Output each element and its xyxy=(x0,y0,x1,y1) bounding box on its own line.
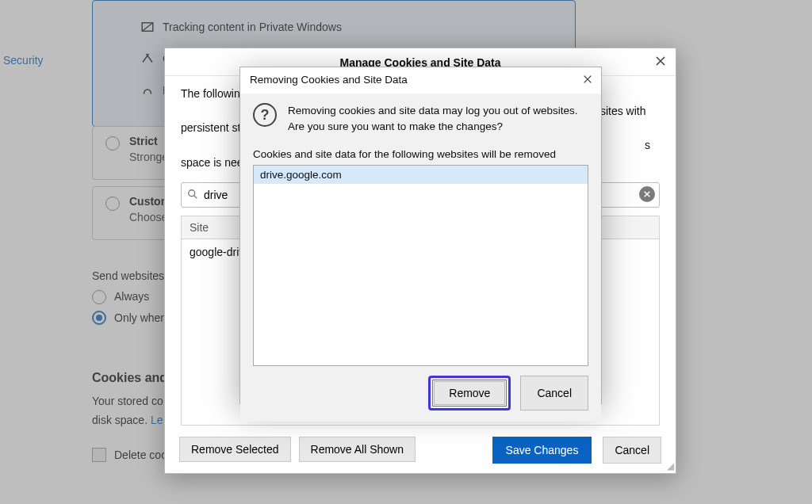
resize-handle-icon[interactable]: ◢ xyxy=(667,460,674,472)
remove-selected-button[interactable]: Remove Selected xyxy=(179,437,291,462)
dialog-message: Removing cookies and site data may log y… xyxy=(288,103,588,134)
remove-all-shown-button[interactable]: Remove All Shown xyxy=(299,437,416,462)
question-icon: ? xyxy=(253,103,277,127)
list-heading: Cookies and site data for the following … xyxy=(253,148,588,160)
dialog-title: Removing Cookies and Site Data xyxy=(250,74,408,86)
svg-line-3 xyxy=(194,196,197,199)
cancel-button[interactable]: Cancel xyxy=(520,376,588,410)
close-button[interactable] xyxy=(653,55,668,69)
svg-point-2 xyxy=(189,190,195,197)
remove-button[interactable]: Remove xyxy=(434,381,505,405)
cancel-button[interactable]: Cancel xyxy=(603,437,661,464)
search-icon xyxy=(187,189,198,202)
confirm-remove-dialog: Removing Cookies and Site Data ? Removin… xyxy=(239,67,602,404)
close-button[interactable] xyxy=(582,74,593,87)
removal-list: drive.google.com xyxy=(253,165,588,366)
remove-button-highlight: Remove xyxy=(428,376,511,410)
list-item[interactable]: drive.google.com xyxy=(254,166,588,184)
save-changes-button[interactable]: Save Changes xyxy=(492,437,592,464)
